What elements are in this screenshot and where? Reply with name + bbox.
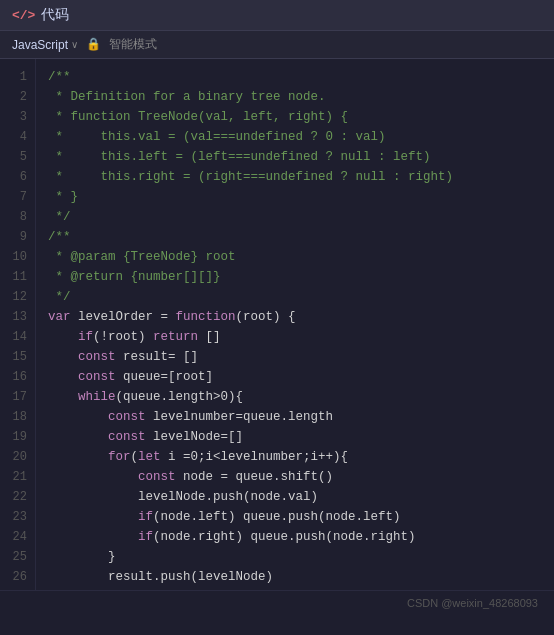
line-number: 15 <box>8 347 27 367</box>
language-selector[interactable]: JavaScript ∨ <box>12 38 78 52</box>
line-number: 21 <box>8 467 27 487</box>
code-line: const queue=[root] <box>48 367 542 387</box>
line-number: 6 <box>8 167 27 187</box>
code-line: * Definition for a binary tree node. <box>48 87 542 107</box>
code-line: const levelnumber=queue.length <box>48 407 542 427</box>
smart-mode-label: 智能模式 <box>109 36 157 53</box>
line-numbers: 1234567891011121314151617181920212223242… <box>0 59 36 590</box>
code-line: if(node.left) queue.push(node.left) <box>48 507 542 527</box>
line-number: 5 <box>8 147 27 167</box>
line-number: 1 <box>8 67 27 87</box>
code-line: */ <box>48 207 542 227</box>
code-line: /** <box>48 67 542 87</box>
code-line: const node = queue.shift() <box>48 467 542 487</box>
code-line: * function TreeNode(val, left, right) { <box>48 107 542 127</box>
code-line: levelNode.push(node.val) <box>48 487 542 507</box>
toolbar: JavaScript ∨ 🔒 智能模式 <box>0 31 554 59</box>
line-number: 11 <box>8 267 27 287</box>
code-line: if(!root) return [] <box>48 327 542 347</box>
code-line: const levelNode=[] <box>48 427 542 447</box>
code-line: * @return {number[][]} <box>48 267 542 287</box>
chevron-down-icon: ∨ <box>71 39 78 50</box>
code-line: * this.left = (left===undefined ? null :… <box>48 147 542 167</box>
code-line: /** <box>48 227 542 247</box>
lock-icon: 🔒 <box>86 37 101 52</box>
line-number: 27 <box>8 587 27 590</box>
line-number: 26 <box>8 567 27 587</box>
line-number: 7 <box>8 187 27 207</box>
code-area: 1234567891011121314151617181920212223242… <box>0 59 554 590</box>
line-number: 4 <box>8 127 27 147</box>
line-number: 12 <box>8 287 27 307</box>
code-line: result.push(levelNode) <box>48 567 542 587</box>
language-label: JavaScript <box>12 38 68 52</box>
code-line: const result= [] <box>48 347 542 367</box>
title-text: 代码 <box>41 6 69 24</box>
line-number: 17 <box>8 387 27 407</box>
code-content[interactable]: /** * Definition for a binary tree node.… <box>36 59 554 590</box>
line-number: 25 <box>8 547 27 567</box>
title-bar: </> 代码 <box>0 0 554 31</box>
line-number: 23 <box>8 507 27 527</box>
code-line: * @param {TreeNode} root <box>48 247 542 267</box>
line-number: 16 <box>8 367 27 387</box>
line-number: 22 <box>8 487 27 507</box>
title-icon: </> <box>12 8 35 23</box>
code-line: * } <box>48 187 542 207</box>
code-line: */ <box>48 287 542 307</box>
line-number: 9 <box>8 227 27 247</box>
code-line: } <box>48 587 542 590</box>
line-number: 14 <box>8 327 27 347</box>
code-line: } <box>48 547 542 567</box>
line-number: 19 <box>8 427 27 447</box>
code-line: for(let i =0;i<levelnumber;i++){ <box>48 447 542 467</box>
line-number: 10 <box>8 247 27 267</box>
line-number: 8 <box>8 207 27 227</box>
line-number: 24 <box>8 527 27 547</box>
watermark: CSDN @weixin_48268093 <box>407 597 538 609</box>
code-line: while(queue.length>0){ <box>48 387 542 407</box>
footer: CSDN @weixin_48268093 <box>0 590 554 614</box>
line-number: 20 <box>8 447 27 467</box>
line-number: 3 <box>8 107 27 127</box>
code-line: var levelOrder = function(root) { <box>48 307 542 327</box>
line-number: 13 <box>8 307 27 327</box>
code-line: if(node.right) queue.push(node.right) <box>48 527 542 547</box>
line-number: 2 <box>8 87 27 107</box>
code-line: * this.right = (right===undefined ? null… <box>48 167 542 187</box>
code-line: * this.val = (val===undefined ? 0 : val) <box>48 127 542 147</box>
line-number: 18 <box>8 407 27 427</box>
